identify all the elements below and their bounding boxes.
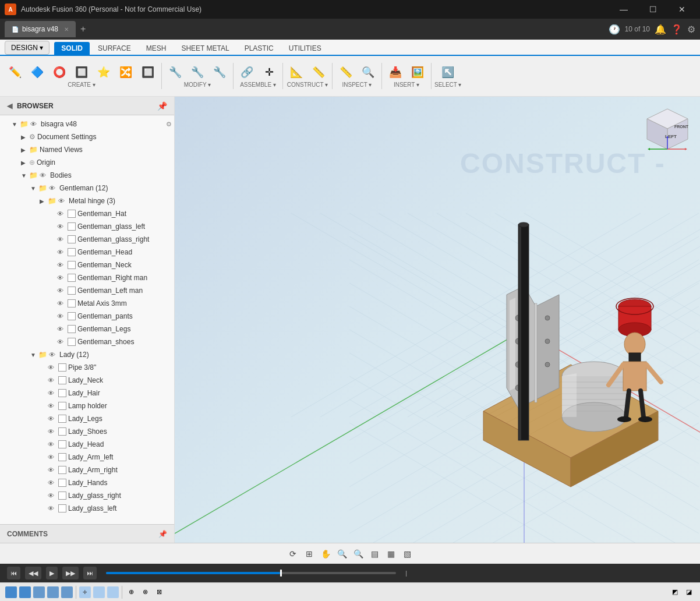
tab-utilities[interactable]: UTILITIES [282, 42, 328, 55]
lady-head-eye[interactable]: 👁 [48, 441, 57, 448]
tool-select2-icon[interactable] [19, 586, 31, 598]
gent-left-eye[interactable]: 👁 [57, 287, 66, 294]
lady-neck-check[interactable] [58, 376, 66, 384]
insert-canvas-button[interactable]: 🖼️ [407, 64, 428, 80]
tab-close-icon[interactable]: ✕ [64, 26, 69, 33]
clock-icon[interactable]: 🕐 [609, 24, 620, 35]
tool-misc3[interactable]: ⊠ [153, 586, 165, 598]
notification-icon[interactable]: 🔔 [655, 24, 666, 35]
tree-item-bodies[interactable]: ▼ 📁 👁 Bodies [0, 169, 174, 182]
timeline-handle[interactable] [280, 570, 282, 577]
zoom-button[interactable]: 🔍 [335, 547, 349, 561]
lady-shoes-eye[interactable]: 👁 [48, 428, 57, 435]
tree-item-gent-shoes[interactable]: 👁 Gentleman_shoes [0, 335, 174, 348]
navigation-cube[interactable]: LEFT FRONT [644, 106, 691, 153]
tree-item-gent-pants[interactable]: 👁 Gentleman_pants [0, 310, 174, 323]
glass-left-check[interactable] [68, 222, 76, 231]
lady-arm-right-eye[interactable]: 👁 [48, 466, 57, 473]
tree-item-lady-glass-right[interactable]: 👁 Lady_glass_right [0, 489, 174, 502]
construct-plane-button[interactable]: 📐 [286, 64, 307, 80]
tree-item-lady-arm-right[interactable]: 👁 Lady_Arm_right [0, 464, 174, 476]
modify-press-button[interactable]: 🔧 [165, 64, 186, 80]
glass-right-eye[interactable]: 👁 [57, 236, 66, 243]
lady-glass-right-check[interactable] [58, 492, 66, 500]
tree-item-gentleman[interactable]: ▼ 📁 👁 Gentleman (12) [0, 182, 174, 195]
lady-hands-eye[interactable]: 👁 [48, 479, 57, 486]
tree-item-lady-arm-left[interactable]: 👁 Lady_Arm_left [0, 451, 174, 464]
tool-select-icon[interactable] [5, 586, 17, 598]
play-end-button[interactable]: ⏭ [83, 567, 97, 579]
home-button[interactable]: ⊞ [302, 547, 316, 561]
tree-item-metal-hinge[interactable]: ▶ 📁 👁 Metal hinge (3) [0, 195, 174, 207]
tool-move-icon[interactable]: ✛ [79, 586, 91, 598]
gent-right-check[interactable] [68, 274, 76, 282]
tool-body-icon[interactable] [47, 586, 59, 598]
snap-button[interactable]: ▧ [400, 547, 414, 561]
tree-item-lady-legs[interactable]: 👁 Lady_Legs [0, 412, 174, 425]
metal-axis-check[interactable] [68, 299, 76, 307]
tool-right1[interactable]: ◩ [669, 586, 681, 598]
lady-hair-check[interactable] [58, 389, 66, 397]
sidebar-pin-button[interactable]: 📌 [157, 101, 167, 111]
play-prev-button[interactable]: ◀◀ [25, 567, 41, 579]
hat-eye[interactable]: 👁 [57, 210, 66, 217]
glass-left-eye[interactable]: 👁 [57, 223, 66, 230]
create-revolve-button[interactable]: ⭕ [49, 64, 70, 80]
tree-item-origin[interactable]: ▶ ⊕ Origin [0, 156, 174, 169]
tree-item-gent-legs[interactable]: 👁 Gentleman_Legs [0, 323, 174, 335]
tool-right2[interactable]: ◪ [683, 586, 695, 598]
create-form-button[interactable]: ⭐ [93, 64, 114, 80]
inspect-section-button[interactable]: 🔍 [358, 64, 379, 80]
create-mirror-button[interactable]: 🔀 [115, 64, 136, 80]
sidebar-collapse-button[interactable]: ◀ [7, 102, 12, 110]
gent-legs-check[interactable] [68, 325, 76, 333]
lady-glass-right-eye[interactable]: 👁 [48, 492, 57, 499]
tree-item-lady-hands[interactable]: 👁 Lady_Hands [0, 476, 174, 489]
gent-head-check[interactable] [68, 248, 76, 256]
tab-solid[interactable]: SOLID [54, 42, 90, 55]
zoom-extend-button[interactable]: 🔍 [351, 547, 365, 561]
insert-derive-button[interactable]: 📥 [385, 64, 406, 80]
create-solid-button[interactable]: 🔷 [27, 64, 48, 80]
tab-sheet-metal[interactable]: SHEET METAL [174, 42, 236, 55]
lamp-eye[interactable]: 👁 [48, 402, 57, 409]
tree-item-glass-right[interactable]: 👁 Gentleman_glass_right [0, 233, 174, 246]
tree-item-lady-neck[interactable]: 👁 Lady_Neck [0, 374, 174, 387]
new-tab-button[interactable]: + [80, 24, 86, 34]
root-settings-icon[interactable]: ⚙ [166, 121, 172, 128]
tool-sketch-icon[interactable] [61, 586, 73, 598]
play-button[interactable]: ▶ [46, 567, 58, 579]
modify-fillet-button[interactable]: 🔧 [187, 64, 208, 80]
pipe-check[interactable] [58, 363, 66, 372]
hat-check[interactable] [68, 210, 76, 218]
root-eye-icon[interactable]: 👁 [30, 121, 40, 128]
pipe-eye[interactable]: 👁 [48, 364, 57, 371]
lady-hair-eye[interactable]: 👁 [48, 390, 57, 397]
lady-head-check[interactable] [58, 440, 66, 448]
gentleman-eye-icon[interactable]: 👁 [49, 185, 58, 192]
timeline-bar[interactable] [106, 572, 396, 574]
glass-right-check[interactable] [68, 235, 76, 243]
gent-head-eye[interactable]: 👁 [57, 249, 66, 256]
lady-hands-check[interactable] [58, 479, 66, 487]
tree-item-glass-left[interactable]: 👁 Gentleman_glass_left [0, 220, 174, 233]
tree-item-lady-shoes[interactable]: 👁 Lady_Shoes [0, 425, 174, 438]
tool-face-icon[interactable] [33, 586, 45, 598]
lady-arm-left-check[interactable] [58, 453, 66, 461]
gent-left-check[interactable] [68, 287, 76, 295]
assemble-joint-button[interactable]: 🔗 [236, 64, 257, 80]
lady-arm-right-check[interactable] [58, 466, 66, 474]
help-icon[interactable]: ❓ [671, 24, 683, 35]
tree-item-named-views[interactable]: ▶ 📁 Named Views [0, 143, 174, 156]
lady-neck-eye[interactable]: 👁 [48, 377, 57, 384]
lady-legs-check[interactable] [58, 415, 66, 423]
tree-item-lady[interactable]: ▼ 📁 👁 Lady (12) [0, 348, 174, 361]
create-more-button[interactable]: 🔲 [137, 64, 158, 80]
tree-item-metal-axis[interactable]: 👁 Metal Axis 3mm [0, 297, 174, 310]
gent-shoes-check[interactable] [68, 338, 76, 346]
assemble-move-button[interactable]: ✛ [259, 64, 280, 80]
grid-button[interactable]: ▦ [384, 547, 398, 561]
tool-misc2[interactable]: ⊗ [139, 586, 151, 598]
tree-item-doc-settings[interactable]: ▶ ⚙ Document Settings [0, 130, 174, 143]
lady-legs-eye[interactable]: 👁 [48, 415, 57, 422]
